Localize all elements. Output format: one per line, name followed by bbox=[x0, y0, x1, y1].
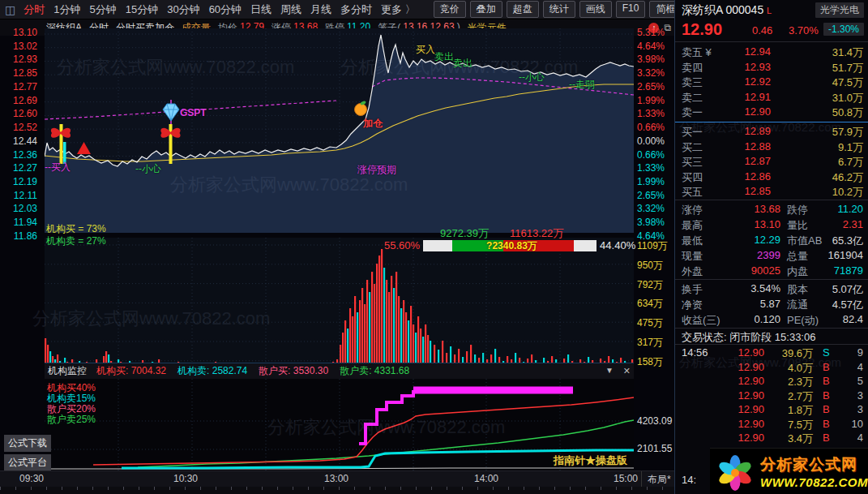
price-axis-label: 13.10 bbox=[13, 27, 37, 38]
trade-count: 3 bbox=[857, 403, 863, 415]
trade-row: 12.907.5万B10 bbox=[675, 418, 868, 431]
formula-platform-button[interactable]: 公式平台 bbox=[4, 454, 51, 471]
bid-row[interactable]: 买二12.889.1万 bbox=[675, 140, 868, 153]
toolbar-button[interactable]: 超盘 bbox=[507, 1, 539, 18]
close-icon[interactable]: ✕ bbox=[623, 366, 631, 376]
monitor-legend-item: 散户卖25% bbox=[47, 413, 96, 427]
institution-monitor-pane[interactable] bbox=[45, 379, 634, 470]
stat-value: 2399 bbox=[722, 249, 780, 261]
bid-row[interactable]: 买三12.876.7万 bbox=[675, 155, 868, 168]
period-tab[interactable]: 更多 〉 bbox=[381, 2, 416, 17]
volume-bar bbox=[405, 312, 407, 369]
volume-bar bbox=[349, 308, 351, 369]
formula-download-button[interactable]: 公式下载 bbox=[4, 435, 51, 452]
institution-monitor-chart[interactable] bbox=[45, 379, 634, 470]
trade-count: 5 bbox=[857, 375, 863, 387]
panel-stock-name: 深纺织A 000045 L bbox=[682, 3, 772, 18]
period-tab[interactable]: 30分钟 bbox=[167, 2, 199, 17]
stat-label: 市值AB bbox=[787, 234, 822, 248]
trade-count: 9 bbox=[857, 346, 863, 359]
period-tab[interactable]: 日线 bbox=[250, 2, 272, 17]
trade-row: 12.903.4万B4 bbox=[675, 432, 868, 445]
time-axis-label: 14:00 bbox=[474, 473, 498, 484]
bid-row[interactable]: 买五12.8510.2万 bbox=[675, 185, 868, 198]
trade-count: 10 bbox=[852, 418, 863, 430]
volume-bar bbox=[417, 316, 419, 369]
volume-bar bbox=[371, 272, 373, 369]
period-tab[interactable]: 15分钟 bbox=[126, 2, 158, 17]
trade-price: 12.90 bbox=[717, 403, 764, 415]
period-tab[interactable]: 60分钟 bbox=[209, 2, 242, 17]
ask-row[interactable]: 卖二12.9131.0万 bbox=[675, 91, 868, 104]
period-tab[interactable]: 1分钟 bbox=[53, 2, 80, 17]
stat-value: 13.10 bbox=[722, 218, 780, 230]
gauge-right-pct: 44.40% bbox=[600, 239, 635, 251]
time-axis-label: 13:00 bbox=[324, 473, 348, 484]
stat-label: 最低 bbox=[682, 234, 703, 248]
ask-row[interactable]: 卖一12.9050.8万 bbox=[675, 105, 868, 118]
collapse-icon[interactable]: ▼ bbox=[605, 366, 614, 376]
layout-label[interactable]: 布局* bbox=[648, 473, 671, 487]
stat-label: 股本 bbox=[787, 282, 808, 297]
stat-value: 161904 bbox=[828, 249, 863, 261]
percent-axis-label: 0.00% bbox=[637, 135, 665, 147]
stat-row: 外盘90025内盘71879 bbox=[675, 264, 868, 277]
stat-value: 5.87 bbox=[722, 298, 780, 310]
quote-panel: 深纺织A 000045 L 光学光电 12.90 0.46 3.70% -1.3… bbox=[674, 0, 868, 494]
volume-chart[interactable] bbox=[45, 238, 634, 369]
trade-volume: 3.4万 bbox=[766, 432, 813, 446]
order-level-label: 卖一 bbox=[682, 105, 703, 120]
price-axis-label: 12.52 bbox=[13, 122, 37, 133]
price-axis-label: 12.44 bbox=[13, 135, 37, 147]
site-logo[interactable]: 分析家公式网 WWW.70822.COM bbox=[710, 448, 868, 494]
stat-row: 最高13.10量比2.31 bbox=[675, 218, 868, 231]
stat-label: 总量 bbox=[787, 249, 808, 264]
monitor-title: 机构监控 bbox=[48, 364, 87, 378]
stat-row: 现量2399总量161904 bbox=[675, 249, 868, 262]
price-axis-label: 11.94 bbox=[14, 217, 37, 228]
partial-trade-time: 14: bbox=[682, 474, 696, 486]
time-axis-label: 10:30 bbox=[173, 473, 198, 484]
ask-row[interactable]: 卖五 ¥12.9431.4万 bbox=[675, 45, 868, 58]
logo-site-url: WWW.70822.COM bbox=[760, 475, 868, 489]
price-axis-label: 12.19 bbox=[13, 176, 37, 187]
bid-row[interactable]: 买四12.8646.2万 bbox=[675, 170, 868, 183]
toolbar-button[interactable]: 画线 bbox=[579, 1, 612, 18]
intraday-price-pane[interactable] bbox=[45, 28, 634, 233]
order-level-label: 买一 bbox=[682, 125, 703, 140]
period-tab[interactable]: 多分时 bbox=[340, 2, 372, 17]
percent-axis-label: 3.32% bbox=[637, 67, 665, 79]
stat-row: 换手3.54%股本5.07亿 bbox=[675, 282, 868, 295]
period-tab[interactable]: 月线 bbox=[310, 2, 331, 17]
period-tabs: 分时1分钟5分钟15分钟30分钟60分钟日线周线月线多分时更多 〉 bbox=[24, 2, 416, 17]
sector-change-pct: -1.30% bbox=[823, 23, 864, 36]
stat-row: 收益(三)0.120PE(动)82.4 bbox=[675, 313, 868, 326]
ask-row[interactable]: 卖三12.9247.5万 bbox=[675, 75, 868, 88]
stat-value: 90025 bbox=[722, 264, 780, 277]
period-tab[interactable]: 周线 bbox=[280, 2, 301, 17]
stat-value: 12.29 bbox=[722, 234, 780, 246]
period-tab[interactable]: 5分钟 bbox=[89, 2, 116, 17]
trade-side: B bbox=[823, 403, 830, 415]
stat-label: 最高 bbox=[682, 218, 703, 233]
toolbar-button[interactable]: 叠加 bbox=[470, 1, 502, 18]
gauge-diff-amount: ?2340.83万 bbox=[486, 240, 537, 251]
time-axis-label: 09:30 bbox=[19, 473, 44, 484]
volume-bar bbox=[374, 284, 375, 369]
stat-label: 收益(三) bbox=[682, 313, 720, 328]
percent-axis-label: 0.66% bbox=[637, 149, 665, 161]
percent-axis-label: 5.31% bbox=[637, 27, 665, 38]
stat-value: 3.54% bbox=[722, 282, 780, 294]
toolbar-button[interactable]: 竞价 bbox=[434, 1, 466, 18]
ask-row[interactable]: 卖四12.9351.7万 bbox=[675, 61, 868, 74]
monitor-stat: 散户卖: 4331.68 bbox=[340, 364, 409, 378]
sector-box[interactable]: 光学光电 bbox=[815, 2, 864, 18]
intraday-chart[interactable] bbox=[45, 28, 634, 233]
volume-bar bbox=[344, 320, 346, 369]
volume-bar bbox=[410, 306, 412, 369]
toolbar-button[interactable]: 统计 bbox=[543, 1, 575, 18]
volume-bar bbox=[378, 256, 380, 369]
volume-pane[interactable] bbox=[45, 238, 634, 369]
bid-row[interactable]: 买一12.8957.9万 bbox=[675, 125, 868, 138]
order-level-label: 卖三 bbox=[682, 75, 703, 90]
